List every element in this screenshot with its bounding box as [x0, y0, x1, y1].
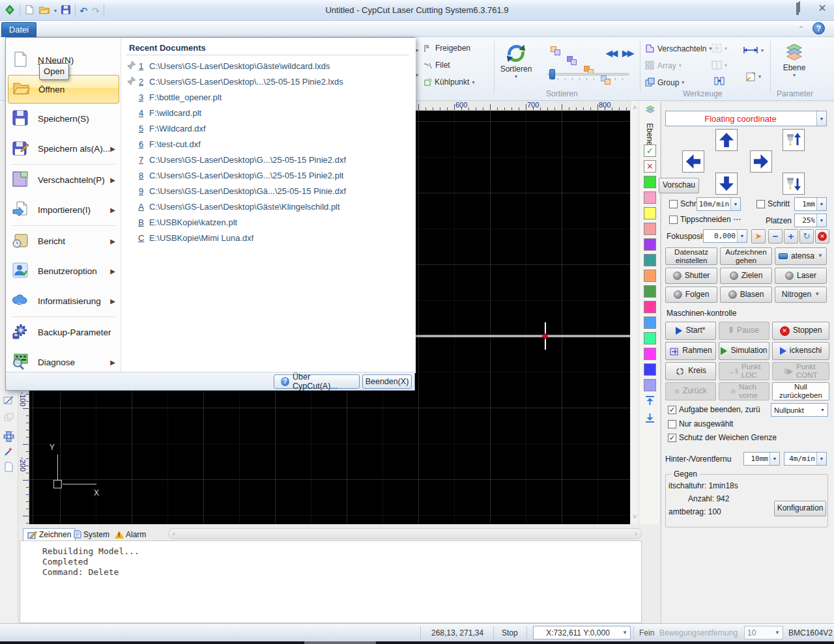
- layer-color-12[interactable]: [644, 348, 656, 360]
- recent-item-9[interactable]: 9C:\Users\GS-Laser\Desktop\Gä...\25-05-1…: [126, 184, 410, 198]
- dickenschnitt-button[interactable]: ickenschi: [772, 342, 829, 360]
- jog-down-button[interactable]: [715, 173, 738, 195]
- shutter-button[interactable]: Shutter: [665, 268, 717, 284]
- draw-tool-icon-1[interactable]: [2, 394, 16, 407]
- fokus-minus-button[interactable]: −: [768, 229, 783, 244]
- simulation-button[interactable]: Simulation: [719, 342, 769, 360]
- layer-color-6[interactable]: [644, 254, 656, 266]
- canvas-vertical-scrollbar[interactable]: ˄ ˅: [630, 101, 639, 524]
- recent-item-1[interactable]: 1C:\Users\GS-Laser\Desktop\Gäste\wildcar…: [126, 59, 410, 73]
- recent-item-6[interactable]: 6F:\test-cut.dxf: [126, 137, 410, 151]
- sort-next-icon[interactable]: ▶▶: [622, 48, 633, 58]
- layer-color-2[interactable]: [644, 191, 656, 204]
- fokus-select[interactable]: 0,000▼: [703, 229, 747, 243]
- stoppen-button[interactable]: ✕ Stoppen: [772, 322, 829, 340]
- tab-datei[interactable]: Datei: [1, 22, 36, 37]
- zielen-button[interactable]: Zielen: [720, 268, 772, 284]
- tab-alarm[interactable]: Alarm: [111, 528, 150, 540]
- nozzle-up-button[interactable]: [783, 129, 805, 151]
- layer-color-14[interactable]: [644, 379, 656, 391]
- layer-color-4[interactable]: [644, 223, 656, 235]
- hinter-distance-select[interactable]: 10mm▼: [743, 452, 780, 466]
- layer-color-13[interactable]: [644, 363, 656, 376]
- nitrogen-dropdown-button[interactable]: Nitrogen▼: [775, 287, 827, 303]
- ribbon-verschachteln-button[interactable]: Verschachteln▾: [645, 44, 712, 53]
- schritt-select[interactable]: 1mm▼: [794, 197, 827, 211]
- beenden-button[interactable]: Beenden(X): [362, 374, 412, 389]
- status-move-select[interactable]: 10 ▼: [744, 626, 783, 639]
- atensa-dropdown-button[interactable]: atensa▼: [775, 247, 827, 265]
- konfiguration-button[interactable]: Konfiguration: [774, 501, 826, 516]
- null-zurueckgeben-button[interactable]: Nullzurückgeben: [772, 382, 829, 400]
- recent-item-a[interactable]: AC:\Users\GS-Laser\Desktop\Gäste\Klingel…: [126, 199, 410, 214]
- start-button[interactable]: Start*: [665, 322, 716, 340]
- console-output[interactable]: Rebuilding Model... Completed Command: D…: [20, 540, 642, 623]
- page-tool-icon[interactable]: [2, 460, 16, 473]
- ribbon-bridge-icon[interactable]: [714, 76, 725, 86]
- ribbon-ebene-button[interactable]: Ebene ▾: [775, 42, 813, 78]
- schritt-checkbox[interactable]: [756, 200, 765, 208]
- nozzle-down-button[interactable]: [783, 173, 805, 195]
- close-button[interactable]: ✕: [817, 4, 827, 14]
- recent-item-c[interactable]: CE:\USBKopie\Mimi Luna.dxf: [126, 231, 410, 245]
- sort-option-4-icon[interactable]: [601, 76, 612, 85]
- restore-button[interactable]: [792, 4, 803, 14]
- vorschau-button[interactable]: Vorschau: [659, 178, 699, 193]
- sort-slider[interactable]: [547, 73, 629, 76]
- menu-item-speichern[interactable]: Speichern(S): [8, 104, 119, 133]
- layer-strip-icon[interactable]: [643, 105, 657, 119]
- hinter-speed-select[interactable]: 4m/min▼: [784, 452, 827, 466]
- nur-ausgewaehlt-checkbox[interactable]: [668, 420, 676, 428]
- aufgabe-checkbox[interactable]: ✓: [668, 406, 676, 414]
- recent-item-b[interactable]: BE:\USBKopie\katzen.plt: [126, 215, 410, 229]
- recent-item-2[interactable]: 2C:\Users\GS-Laser\Desktop\...\25-05-15 …: [126, 74, 410, 89]
- ribbon-filet-button[interactable]: Filet: [424, 61, 450, 70]
- sort-prev-icon[interactable]: ◀◀: [606, 48, 616, 58]
- nullpunkt-select[interactable]: Nullpunkt▼: [771, 403, 828, 417]
- layer-color-7[interactable]: [644, 270, 656, 282]
- magic-wand-icon[interactable]: [2, 445, 16, 458]
- layer-color-1[interactable]: [644, 176, 656, 188]
- minimize-button[interactable]: [768, 4, 778, 14]
- schutz-checkbox[interactable]: ✓: [668, 434, 676, 442]
- fokus-refresh-button[interactable]: ↻: [799, 229, 814, 244]
- ribbon-lead-icon[interactable]: ▾: [745, 71, 761, 82]
- layer-color-8[interactable]: [644, 285, 656, 298]
- layer-color-11[interactable]: [644, 332, 656, 344]
- console-horizontal-scrollbar[interactable]: ‹ ›: [168, 528, 642, 539]
- sort-option-1-icon[interactable]: [551, 46, 562, 56]
- kreis-button[interactable]: Kreis: [665, 362, 716, 380]
- fokus-stop-button[interactable]: ✕: [815, 229, 829, 244]
- menu-item-verschachteln[interactable]: Verschachteln(P) ▶: [8, 165, 119, 194]
- ribbon-group-button[interactable]: Group▾: [645, 77, 684, 87]
- about-cypcut-button[interactable]: ? Über CypCut(A)...: [274, 374, 360, 389]
- menu-item-speichern-als[interactable]: Speichern als(A)... ▶: [8, 134, 119, 163]
- menu-item-benutzeroption[interactable]: Benutzeroption ▶: [8, 257, 119, 285]
- draw-tool-icon-3[interactable]: [2, 430, 16, 443]
- menu-item-informatisierung[interactable]: Informatisierung ▶: [8, 287, 119, 315]
- recent-item-7[interactable]: 7C:\Users\GS-Laser\Desktop\G...\25-05-15…: [126, 152, 410, 167]
- menu-item-bericht[interactable]: Bericht ▶: [8, 227, 119, 255]
- move-layer-bottom-icon[interactable]: [644, 412, 655, 425]
- cut-dropdown-icon-1[interactable]: ▾: [416, 48, 418, 53]
- tab-system[interactable]: System: [69, 528, 113, 540]
- ribbon-measure-icon[interactable]: ▾: [743, 46, 764, 54]
- tab-zeichnen[interactable]: Zeichnen: [23, 528, 76, 540]
- recent-item-8[interactable]: 8C:\Users\GS-Laser\Desktop\G...\25-05-15…: [126, 168, 410, 182]
- tippschneiden-more-icon[interactable]: ···: [734, 215, 741, 224]
- layer-color-3[interactable]: [644, 207, 656, 219]
- laser-button[interactable]: Laser: [775, 268, 827, 284]
- rahmen-button[interactable]: Rahmen: [665, 342, 716, 360]
- layer-visible-swatch[interactable]: ✓: [644, 145, 656, 157]
- schn-checkbox[interactable]: [669, 200, 678, 208]
- recent-item-3[interactable]: 3F:\bottle_opener.plt: [126, 90, 410, 104]
- platzen-select[interactable]: 25%▼: [794, 214, 827, 227]
- aufzeichnen-button[interactable]: Aufzeichnengehen: [720, 247, 772, 265]
- coordinate-mode-select[interactable]: Floating coordinate ▼: [665, 111, 827, 126]
- menu-item-backup-parameter[interactable]: Backup-Parameter: [8, 318, 119, 346]
- layer-color-10[interactable]: [644, 316, 656, 329]
- schn-speed-select[interactable]: 10m/min▼: [697, 197, 741, 211]
- fokus-go-button[interactable]: ➤: [751, 229, 766, 244]
- blasen-button[interactable]: Blasen: [720, 287, 772, 303]
- recent-item-5[interactable]: 5F:\Wildcard.dxf: [126, 121, 410, 135]
